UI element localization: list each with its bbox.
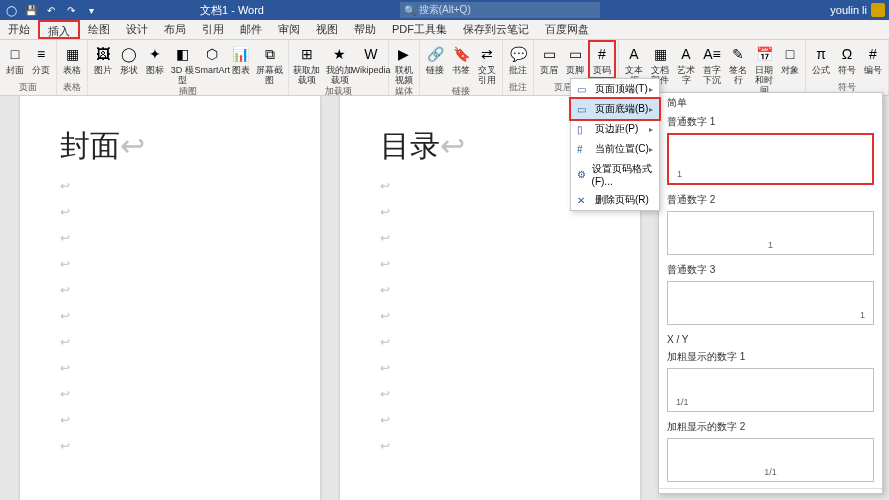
文本框-icon: A — [624, 44, 644, 64]
ribbon-group-label: 页面 — [4, 81, 52, 95]
ribbon-SmartArt[interactable]: ⬡SmartArt — [199, 42, 226, 75]
tab-PDF工具集[interactable]: PDF工具集 — [384, 20, 455, 39]
tab-布局[interactable]: 布局 — [156, 20, 194, 39]
menu-item-页面顶端(T)[interactable]: ▭页面顶端(T)▸ — [571, 79, 659, 99]
redo-icon[interactable]: ↷ — [64, 3, 78, 17]
gallery-option-title: 普通数字 1 — [659, 113, 882, 131]
ribbon-页脚[interactable]: ▭页脚 — [564, 42, 586, 75]
tab-绘图[interactable]: 绘图 — [80, 20, 118, 39]
ribbon-Wikipedia[interactable]: WWikipedia — [358, 42, 383, 75]
tab-插入[interactable]: 插入 — [38, 20, 80, 39]
ribbon-表格[interactable]: ▦表格 — [61, 42, 83, 75]
menu-label: 页边距(P) — [595, 122, 638, 136]
gallery-option-普通数字 3[interactable]: 1 — [667, 281, 874, 325]
menu-label: 设置页码格式(F)... — [592, 162, 653, 187]
ribbon-对象[interactable]: □对象 — [779, 42, 801, 75]
page-1[interactable]: 封面↩ ↩ ↩ ↩ ↩ ↩ ↩ ↩ ↩ ↩ ↩ ↩ — [20, 96, 320, 500]
艺术字-icon: A — [676, 44, 696, 64]
ribbon-group-表格: ▦表格表格 — [57, 40, 88, 95]
gallery-option-加粗显示的数字 2[interactable]: 1/1 — [667, 438, 874, 482]
ribbon-item-label: 链接 — [426, 65, 444, 75]
tab-开始[interactable]: 开始 — [0, 20, 38, 39]
submenu-arrow-icon: ▸ — [649, 105, 653, 114]
undo-icon[interactable]: ↶ — [44, 3, 58, 17]
ribbon-公式[interactable]: π公式 — [810, 42, 832, 75]
ribbon-item-label: 获取加载项 — [293, 65, 322, 85]
ribbon-item-label: 对象 — [781, 65, 799, 75]
ribbon-页眉[interactable]: ▭页眉 — [538, 42, 560, 75]
menu-item-设置页码格式(F)...[interactable]: ⚙设置页码格式(F)... — [571, 159, 659, 190]
menu-item-页边距(P)[interactable]: ▯页边距(P)▸ — [571, 119, 659, 139]
ribbon-获取加载项[interactable]: ⊞获取加载项 — [293, 42, 322, 85]
submenu-arrow-icon: ▸ — [649, 125, 653, 134]
ribbon-group-label: 批注 — [507, 81, 529, 95]
tab-百度网盘[interactable]: 百度网盘 — [537, 20, 597, 39]
页码-icon: # — [592, 44, 612, 64]
ribbon-链接[interactable]: 🔗链接 — [424, 42, 446, 75]
qat-more-icon[interactable]: ▾ — [84, 3, 98, 17]
menu-item-当前位置(C)[interactable]: #当前位置(C)▸ — [571, 139, 659, 159]
封面-icon: □ — [5, 44, 25, 64]
menu-item-页面底端(B)[interactable]: ▭页面底端(B)▸ — [569, 97, 661, 121]
tab-保存到云笔记[interactable]: 保存到云笔记 — [455, 20, 537, 39]
ribbon-item-label: 日期和时间 — [753, 65, 775, 95]
tab-帮助[interactable]: 帮助 — [346, 20, 384, 39]
gallery-option-加粗显示的数字 1[interactable]: 1/1 — [667, 368, 874, 412]
tab-引用[interactable]: 引用 — [194, 20, 232, 39]
ribbon-首字下沉[interactable]: A≡首字下沉 — [701, 42, 723, 85]
tab-邮件[interactable]: 邮件 — [232, 20, 270, 39]
gallery-footer-Office.com 中的其他页码(M)[interactable]: ⊕Office.com 中的其他页码(M)▸ — [659, 491, 882, 494]
ribbon-group-加载项: ⊞获取加载项★我的加载项WWikipedia加载项 — [289, 40, 389, 95]
ribbon-形状[interactable]: ◯形状 — [118, 42, 140, 75]
ribbon-符号[interactable]: Ω符号 — [836, 42, 858, 75]
文档部件-icon: ▦ — [650, 44, 670, 64]
menu-icon: # — [577, 144, 591, 155]
ribbon-3D 模型[interactable]: ◧3D 模型 — [170, 42, 195, 85]
menu-label: 删除页码(R) — [595, 193, 649, 207]
ribbon-交叉引用[interactable]: ⇄交叉引用 — [476, 42, 498, 85]
ribbon-group-链接: 🔗链接🔖书签⇄交叉引用链接 — [420, 40, 503, 95]
ribbon-联机视频[interactable]: ▶联机视频 — [393, 42, 415, 85]
符号-icon: Ω — [837, 44, 857, 64]
page-number-menu: ▭页面顶端(T)▸▭页面底端(B)▸▯页边距(P)▸#当前位置(C)▸⚙设置页码… — [570, 78, 660, 211]
ribbon-item-label: 联机视频 — [393, 65, 415, 85]
首字下沉-icon: A≡ — [702, 44, 722, 64]
ribbon-签名行[interactable]: ✎签名行 — [727, 42, 749, 85]
save-icon[interactable]: 💾 — [24, 3, 38, 17]
gallery-option-普通数字 1[interactable]: 1 — [667, 133, 874, 185]
ribbon-分页[interactable]: ≡分页 — [30, 42, 52, 75]
ribbon-批注[interactable]: 💬批注 — [507, 42, 529, 75]
ribbon-图片[interactable]: 🖼图片 — [92, 42, 114, 75]
ribbon-图标[interactable]: ✦图标 — [144, 42, 166, 75]
gallery-header: X / Y — [659, 331, 882, 348]
图片-icon: 🖼 — [93, 44, 113, 64]
ribbon-item-label: Wikipedia — [351, 65, 390, 75]
编号-icon: # — [863, 44, 883, 64]
tab-设计[interactable]: 设计 — [118, 20, 156, 39]
分页-icon: ≡ — [31, 44, 51, 64]
对象-icon: □ — [780, 44, 800, 64]
tab-审阅[interactable]: 审阅 — [270, 20, 308, 39]
gallery-option-普通数字 2[interactable]: 1 — [667, 211, 874, 255]
ribbon-图表[interactable]: 📊图表 — [230, 42, 252, 75]
tab-视图[interactable]: 视图 — [308, 20, 346, 39]
ribbon-日期和时间[interactable]: 📅日期和时间 — [753, 42, 775, 95]
ribbon-屏幕截图[interactable]: ⧉屏幕截图 — [256, 42, 284, 85]
menu-item-删除页码(R)[interactable]: ✕删除页码(R) — [571, 190, 659, 210]
ribbon-封面[interactable]: □封面 — [4, 42, 26, 75]
autosave-toggle[interactable]: ◯ — [4, 3, 18, 17]
ribbon-item-label: 我的加载项 — [325, 65, 354, 85]
Wikipedia-icon: W — [361, 44, 381, 64]
ribbon: □封面≡分页页面▦表格表格🖼图片◯形状✦图标◧3D 模型⬡SmartArt📊图表… — [0, 40, 889, 96]
ribbon-书签[interactable]: 🔖书签 — [450, 42, 472, 75]
ribbon-编号[interactable]: #编号 — [862, 42, 884, 75]
ribbon-页码[interactable]: #页码 — [588, 40, 616, 79]
page-title: 封面↩ — [60, 126, 280, 167]
ribbon-艺术字[interactable]: A艺术字 — [675, 42, 697, 85]
quick-access-toolbar: ◯ 💾 ↶ ↷ ▾ — [4, 3, 98, 17]
search-box[interactable]: 🔍 搜索(Alt+Q) — [400, 2, 600, 18]
形状-icon: ◯ — [119, 44, 139, 64]
user-account[interactable]: youlin li — [830, 3, 885, 17]
ribbon-我的加载项[interactable]: ★我的加载项 — [325, 42, 354, 85]
menu-icon: ▯ — [577, 124, 591, 135]
